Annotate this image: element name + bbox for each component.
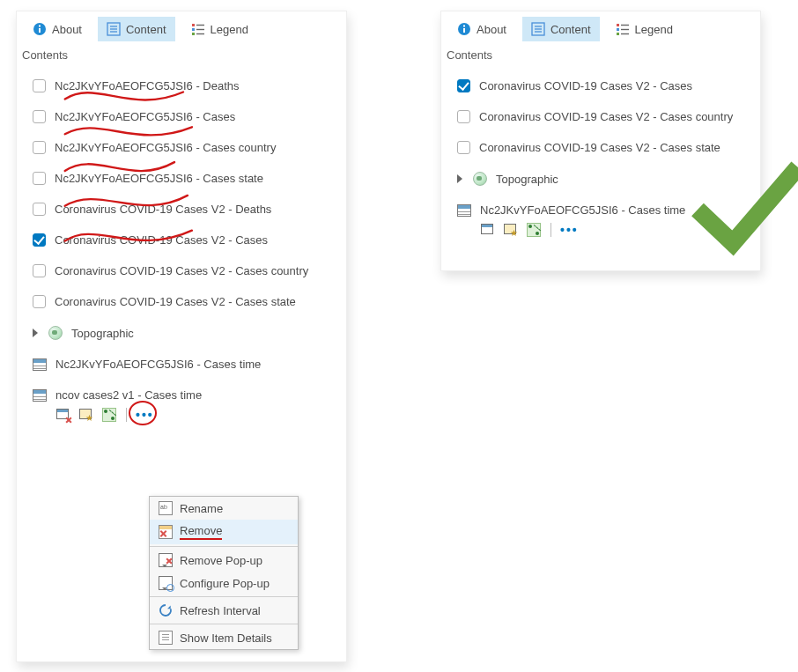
table-layer-item[interactable]: Nc2JKvYFoAEOFCG5JSI6 - Cases time <box>441 195 760 225</box>
layer-list: Nc2JKvYFoAEOFCG5JSI6 - Deaths Nc2JKvYFoA… <box>17 67 346 435</box>
refresh-icon <box>159 603 173 617</box>
svg-rect-2 <box>39 26 41 27</box>
basemap-label: Topographic <box>496 173 558 186</box>
change-style-icon[interactable]: ★ <box>78 407 94 423</box>
svg-rect-14 <box>463 28 465 33</box>
menu-rename[interactable]: ab Rename <box>150 497 298 520</box>
layer-item[interactable]: Nc2JKvYFoAEOFCG5JSI6 - Cases country <box>17 132 346 163</box>
perform-analysis-icon[interactable] <box>101 407 117 423</box>
checkbox-icon[interactable] <box>33 172 46 185</box>
checkbox-checked-icon[interactable] <box>33 233 46 247</box>
checkbox-icon[interactable] <box>33 264 46 277</box>
table-icon <box>457 204 471 217</box>
svg-rect-11 <box>192 33 195 35</box>
menu-divider <box>150 546 298 547</box>
info-icon <box>457 22 471 36</box>
more-options-button[interactable]: ••• <box>136 408 154 422</box>
menu-configure-popup[interactable]: Configure Pop-up <box>150 572 298 594</box>
menu-refresh-label: Refresh Interval <box>180 604 261 617</box>
expand-triangle-icon[interactable] <box>457 174 462 183</box>
basemap-item[interactable]: Topographic <box>17 317 346 349</box>
menu-remove-text: Remove <box>180 524 222 537</box>
svg-rect-7 <box>192 24 195 26</box>
tab-about-label: About <box>477 23 506 36</box>
layer-list: Coronavirus COVID-19 Cases V2 - Cases Co… <box>441 67 760 250</box>
menu-remove[interactable]: Remove <box>150 520 298 544</box>
menu-details-label: Show Item Details <box>180 631 272 645</box>
table-icon <box>33 358 47 371</box>
checkbox-icon[interactable] <box>457 141 470 154</box>
tab-about-label: About <box>52 23 82 36</box>
menu-refresh-interval[interactable]: Refresh Interval <box>150 599 298 622</box>
tab-content-label: Content <box>550 23 591 36</box>
show-table-icon[interactable] <box>480 222 496 238</box>
svg-rect-9 <box>192 28 195 31</box>
svg-rect-20 <box>617 24 619 26</box>
table-icon <box>33 389 47 402</box>
menu-item-details[interactable]: Show Item Details <box>150 626 298 649</box>
basemap-item[interactable]: Topographic <box>441 163 760 195</box>
layer-label: Coronavirus COVID-19 Cases V2 - Cases st… <box>55 295 296 308</box>
legend-icon <box>616 22 630 36</box>
checkbox-icon[interactable] <box>33 110 46 123</box>
panel-tabs: About Content Legend <box>17 11 346 47</box>
contents-heading: Contents <box>441 47 760 67</box>
tab-legend[interactable]: Legend <box>182 17 257 41</box>
tab-legend-label: Legend <box>635 23 673 36</box>
layer-item[interactable]: Coronavirus COVID-19 Cases V2 - Cases st… <box>441 132 760 163</box>
menu-rename-label: Rename <box>180 502 223 515</box>
tab-about[interactable]: About <box>24 17 91 41</box>
layer-item[interactable]: Coronavirus COVID-19 Cases V2 - Cases <box>17 225 346 255</box>
menu-remove-popup[interactable]: Remove Pop-up <box>150 549 298 572</box>
layer-item[interactable]: Nc2JKvYFoAEOFCG5JSI6 - Deaths <box>17 70 346 101</box>
tab-about[interactable]: About <box>448 17 515 41</box>
table-layer-item-active[interactable]: ncov cases2 v1 - Cases time <box>17 380 346 410</box>
tab-legend[interactable]: Legend <box>607 17 682 41</box>
checkbox-icon[interactable] <box>33 295 46 308</box>
table-layer-label: Nc2JKvYFoAEOFCG5JSI6 - Cases time <box>55 358 261 371</box>
layer-item[interactable]: Coronavirus COVID-19 Cases V2 - Deaths <box>17 194 346 225</box>
contents-panel-before: About Content Legend Contents Nc2JKvYFoA… <box>16 11 347 662</box>
tab-legend-label: Legend <box>211 23 248 36</box>
layer-item[interactable]: Coronavirus COVID-19 Cases V2 - Cases st… <box>17 286 346 317</box>
layer-item[interactable]: Nc2JKvYFoAEOFCG5JSI6 - Cases state <box>17 163 346 194</box>
layer-item[interactable]: Coronavirus COVID-19 Cases V2 - Cases <box>441 70 760 101</box>
panel-tabs: About Content Legend <box>441 11 760 47</box>
checkbox-icon[interactable] <box>33 203 46 216</box>
svg-rect-1 <box>39 28 41 33</box>
layer-label: Coronavirus COVID-19 Cases V2 - Deaths <box>55 203 271 216</box>
more-options-wrap: ••• <box>136 408 154 422</box>
layer-label: Nc2JKvYFoAEOFCG5JSI6 - Deaths <box>55 79 240 92</box>
change-style-icon[interactable]: ★ <box>503 222 519 238</box>
tab-content-label: Content <box>126 23 166 36</box>
list-icon <box>531 22 545 36</box>
table-layer-item[interactable]: Nc2JKvYFoAEOFCG5JSI6 - Cases time <box>17 349 346 380</box>
layer-item[interactable]: Coronavirus COVID-19 Cases V2 - Cases co… <box>441 101 760 132</box>
rename-icon: ab <box>159 501 173 515</box>
checkbox-checked-icon[interactable] <box>457 79 470 92</box>
info-icon <box>33 22 47 36</box>
layer-item[interactable]: Coronavirus COVID-19 Cases V2 - Cases co… <box>17 255 346 286</box>
remove-icon <box>159 525 173 539</box>
expand-triangle-icon[interactable] <box>33 329 38 337</box>
configure-popup-icon <box>159 576 173 590</box>
checkbox-icon[interactable] <box>33 141 46 154</box>
svg-rect-24 <box>617 33 619 35</box>
tab-content[interactable]: Content <box>522 17 600 41</box>
menu-remove-popup-label: Remove Pop-up <box>180 554 262 567</box>
layer-item[interactable]: Nc2JKvYFoAEOFCG5JSI6 - Cases <box>17 101 346 132</box>
checkbox-icon[interactable] <box>33 79 46 92</box>
perform-analysis-icon[interactable] <box>526 222 542 238</box>
layer-label: Coronavirus COVID-19 Cases V2 - Cases <box>55 233 268 247</box>
layer-label: Coronavirus COVID-19 Cases V2 - Cases <box>479 79 692 92</box>
contents-panel-after: About Content Legend Contents Coronaviru… <box>440 11 761 271</box>
show-table-icon[interactable] <box>55 407 71 423</box>
tab-content[interactable]: Content <box>98 17 175 41</box>
layer-label: Nc2JKvYFoAEOFCG5JSI6 - Cases country <box>55 141 276 154</box>
menu-divider <box>150 624 298 624</box>
svg-rect-22 <box>617 28 619 31</box>
table-layer-label: Nc2JKvYFoAEOFCG5JSI6 - Cases time <box>480 203 685 217</box>
layer-label: Coronavirus COVID-19 Cases V2 - Cases co… <box>479 110 733 123</box>
contents-heading: Contents <box>17 47 346 67</box>
checkbox-icon[interactable] <box>457 110 470 123</box>
